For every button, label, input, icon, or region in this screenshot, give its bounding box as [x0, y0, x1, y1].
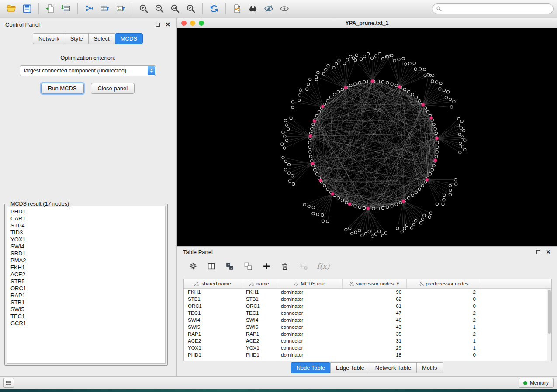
memory-button[interactable]: Memory [519, 378, 554, 388]
toolbar-separator [132, 3, 132, 14]
column-header-name[interactable]: name [242, 279, 277, 288]
mcds-result-item[interactable]: PHD1 [10, 208, 165, 215]
mcds-result-item[interactable]: SWI5 [10, 306, 165, 313]
mcds-result-item[interactable]: SRD1 [10, 250, 165, 257]
import-network-button[interactable] [42, 2, 58, 16]
table-row[interactable]: ORC1ORC1dominator610 [184, 303, 551, 309]
network-canvas-area[interactable] [177, 28, 557, 246]
column-header-predecessor-nodes[interactable]: predecessor nodes [407, 279, 481, 288]
close-panel-icon[interactable]: ✕ [165, 21, 170, 28]
close-panel-button[interactable]: Close panel [91, 83, 135, 94]
hide-selected-button[interactable] [261, 2, 277, 16]
table-cell: PHD1 [242, 351, 277, 358]
table-cell: dominator [277, 296, 343, 303]
share-document-icon [232, 3, 242, 14]
mcds-result-item[interactable]: ORC1 [10, 285, 165, 292]
show-all-button[interactable] [277, 2, 292, 16]
close-table-panel-icon[interactable]: ✕ [546, 249, 551, 255]
delete-column-button[interactable] [280, 261, 290, 271]
table-settings-button[interactable] [188, 261, 198, 271]
column-header-successor-nodes[interactable]: successor nodes ▼ [343, 279, 407, 288]
deselect-all-rows-button[interactable] [243, 261, 253, 271]
tab-select[interactable]: Select [88, 33, 115, 44]
show-columns-button[interactable] [207, 261, 216, 271]
memory-label: Memory [530, 380, 549, 386]
export-table-button[interactable] [97, 2, 113, 16]
network-window-titlebar[interactable]: YPA_prune.txt_1 [177, 18, 557, 28]
eye-icon [279, 3, 290, 14]
import-table-button[interactable] [58, 2, 74, 16]
show-panels-button[interactable] [3, 378, 14, 388]
search-input[interactable] [442, 5, 550, 12]
column-header-shared-name[interactable]: shared name [184, 279, 242, 288]
mcds-result-item[interactable]: GCR1 [10, 320, 165, 327]
float-panel-icon[interactable] [156, 23, 160, 27]
tab-mcds[interactable]: MCDS [115, 33, 143, 44]
save-session-button[interactable] [19, 2, 35, 16]
export-image-button[interactable] [113, 2, 128, 16]
find-button[interactable] [245, 2, 261, 16]
mcds-result-item[interactable]: STB1 [10, 299, 165, 306]
mcds-result-item[interactable]: YOX1 [10, 236, 165, 243]
mcds-result-item[interactable]: STB5 [10, 278, 165, 285]
mcds-result-list[interactable]: PHD1CAR1STP4TID3YOX1SWI4SRD1PMA2FKH1ACE2… [7, 206, 166, 364]
refresh-network-button[interactable] [206, 2, 222, 16]
tab-style[interactable]: Style [65, 33, 89, 44]
add-column-button[interactable] [262, 261, 271, 271]
export-network-button[interactable] [81, 2, 97, 16]
mcds-result-item[interactable]: TEC1 [10, 313, 165, 320]
table-row[interactable]: RAP1RAP1dominator352 [184, 330, 551, 337]
zoom-fit-button[interactable] [167, 2, 183, 16]
table-scrollbar[interactable] [547, 289, 551, 361]
column-header-mcds-role[interactable]: MCDS role [277, 279, 343, 288]
search-icon [436, 6, 442, 12]
table-row[interactable]: STB1STB1dominator620 [184, 296, 551, 303]
mcds-result-item[interactable]: STP4 [10, 222, 165, 229]
mcds-result-item[interactable]: ACE2 [10, 271, 165, 278]
mcds-result-item[interactable]: CAR1 [10, 215, 165, 222]
mcds-result-item[interactable]: FKH1 [10, 264, 165, 271]
table-row[interactable]: SWI4SWI4dominator462 [184, 316, 551, 323]
table-cell: TEC1 [184, 309, 242, 316]
table-row[interactable]: PHD1PHD1dominator180 [184, 351, 551, 358]
share-document-button[interactable] [229, 2, 245, 16]
zoom-in-button[interactable] [136, 2, 152, 16]
close-window-icon[interactable] [181, 21, 187, 26]
table-row[interactable]: SWI5SWI5connector431 [184, 323, 551, 330]
table-row[interactable]: YOX1YOX1connector291 [184, 344, 551, 351]
select-all-rows-button[interactable] [225, 261, 235, 271]
mcds-result-item[interactable]: PMA2 [10, 257, 165, 264]
function-builder-button[interactable]: f(x) [317, 262, 329, 271]
run-mcds-button[interactable]: Run MCDS [41, 83, 84, 94]
zoom-selected-button[interactable] [183, 2, 199, 16]
table-row[interactable]: FKH1FKH1dominator962 [184, 289, 551, 296]
maximize-window-icon[interactable] [199, 21, 204, 26]
table-cell: PHD1 [184, 351, 242, 358]
mcds-result-item[interactable]: TID3 [10, 229, 165, 236]
float-table-panel-icon[interactable] [536, 250, 540, 254]
tab-motifs[interactable]: Motifs [416, 362, 443, 373]
mcds-result-item[interactable]: SWI4 [10, 243, 165, 250]
control-panel-title: Control Panel [5, 21, 40, 28]
table-cell: 31 [343, 337, 407, 344]
save-floppy-icon [22, 3, 32, 14]
search-box[interactable] [432, 3, 554, 14]
mcds-result-item[interactable]: RAP1 [10, 292, 165, 299]
table-cell: YOX1 [242, 344, 277, 351]
open-file-button[interactable] [3, 2, 19, 16]
zoom-out-button[interactable] [152, 2, 167, 16]
tab-node-table[interactable]: Node Table [291, 362, 331, 373]
optimization-criterion-select[interactable]: largest connected component (undirected) [20, 65, 156, 76]
table-row[interactable]: ACE2ACE2connector311 [184, 337, 551, 344]
tab-network-table[interactable]: Network Table [370, 362, 417, 373]
tab-network[interactable]: Network [33, 33, 65, 44]
tab-edge-table[interactable]: Edge Table [330, 362, 370, 373]
network-graph [177, 28, 556, 246]
table-cell: connector [277, 309, 343, 316]
column-label: successor nodes [356, 281, 394, 286]
table-row[interactable]: TEC1TEC1connector472 [184, 309, 551, 316]
sort-descending-icon[interactable]: ▼ [396, 282, 400, 286]
attribute-icon [419, 282, 424, 286]
table-scrollbar-thumb[interactable] [548, 290, 551, 334]
minimize-window-icon[interactable] [190, 21, 195, 26]
